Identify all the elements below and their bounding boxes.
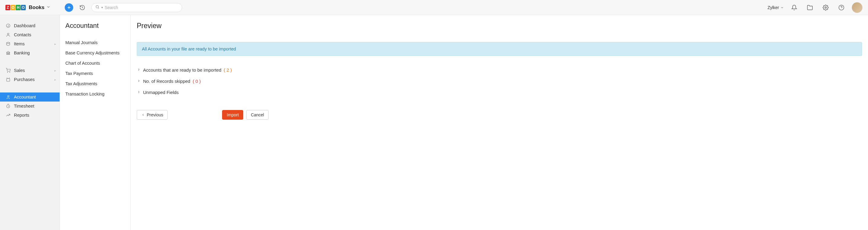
svg-rect-10 [8,53,8,54]
nav-label: Dashboard [14,23,35,28]
svg-point-14 [10,72,10,72]
files-button[interactable] [804,2,815,13]
timesheet-icon [5,104,11,108]
chevron-left-icon [141,113,145,117]
import-label: Import [227,112,239,117]
nav-item-purchases[interactable]: Purchases▸ [0,75,60,84]
previous-button[interactable]: Previous [137,110,167,120]
chevron-right-icon [137,67,141,72]
preview-row[interactable]: No. of Records skipped ( 0 ) [137,75,862,87]
nav-item-timesheet[interactable]: Timesheet [0,102,60,110]
recent-activity-button[interactable] [78,3,87,12]
previous-label: Previous [147,112,163,117]
org-switcher[interactable]: Zylker [768,5,784,10]
secondary-nav-title: Accountant [65,22,125,30]
cancel-button[interactable]: Cancel [246,110,269,120]
nav-item-reports[interactable]: Reports [0,110,60,120]
preview-row-label: No. of Records skipped [143,78,190,84]
search-scope-caret-icon[interactable]: ▾ [101,6,103,9]
chevron-down-icon [780,6,784,9]
nav-label: Items [14,41,25,46]
dashboard-icon [5,23,11,28]
chevron-right-icon: ▸ [55,69,56,72]
reports-icon [5,113,11,118]
items-icon [5,41,11,46]
subnav-item-chart-of-accounts[interactable]: Chart of Accounts [65,58,125,68]
nav-item-banking[interactable]: Banking [0,48,60,58]
import-button[interactable]: Import [222,110,243,120]
banking-icon [5,51,11,55]
nav-label: Reports [14,113,29,118]
chevron-down-icon [46,5,51,10]
nav-label: Contacts [14,32,31,37]
search-icon [95,5,99,10]
preview-row-label: Unmapped Fields [143,90,179,95]
help-button[interactable] [836,2,847,13]
product-name: Books [29,4,44,10]
nav-item-dashboard[interactable]: Dashboard [0,21,60,30]
subnav-item-tax-adjustments[interactable]: Tax Adjustments [65,78,125,89]
chevron-right-icon: ▸ [55,78,56,81]
settings-button[interactable] [820,2,831,13]
svg-rect-9 [7,53,7,54]
subnav-item-base-currency-adjustments[interactable]: Base Currency Adjustments [65,48,125,58]
nav-label: Purchases [14,77,35,82]
quick-add-button[interactable] [65,3,73,12]
chevron-right-icon [137,78,141,84]
main-content: Preview All Accounts in your file are re… [131,15,868,230]
search-box[interactable]: ▾ [91,3,182,12]
nav-label: Sales [14,68,25,73]
preview-row-count: ( 0 ) [193,78,201,84]
svg-point-4 [825,7,827,8]
nav-label: Timesheet [14,104,34,108]
svg-point-16 [7,96,9,97]
page-title: Preview [137,22,862,30]
subnav-item-manual-journals[interactable]: Manual Journals [65,37,125,48]
notifications-button[interactable] [789,2,800,13]
subnav-item-transaction-locking[interactable]: Transaction Locking [65,89,125,99]
accountant-icon [5,95,11,99]
search-container: ▾ [91,3,182,12]
svg-rect-11 [9,53,9,54]
nav-label: Accountant [14,95,36,99]
chevron-right-icon: ▸ [55,42,56,46]
purchases-icon [5,77,11,82]
action-buttons: Previous Import Cancel [137,110,862,120]
search-input[interactable] [105,5,178,10]
zoho-logo: ZOHO [5,5,26,10]
nav-item-items[interactable]: Items▸ [0,39,60,48]
nav-item-contacts[interactable]: Contacts [0,30,60,39]
nav-item-sales[interactable]: Sales▸ [0,66,60,75]
app-switcher[interactable]: ZOHO Books [5,4,60,10]
sales-icon [5,68,11,73]
nav-label: Banking [14,51,30,55]
nav-item-accountant[interactable]: Accountant [0,93,60,102]
info-banner: All Accounts in your file are ready to b… [137,42,862,56]
preview-row-count: ( 2 ) [224,67,232,72]
primary-nav: DashboardContactsItems▸Banking Sales▸Pur… [0,15,60,230]
secondary-nav: Accountant Manual JournalsBase Currency … [60,15,131,230]
svg-point-8 [7,33,9,35]
org-name: Zylker [768,5,779,10]
cancel-label: Cancel [251,112,264,117]
svg-point-5 [839,5,844,10]
preview-row-label: Accounts that are ready to be imported [143,67,221,72]
svg-point-2 [96,5,98,8]
subnav-item-tax-payments[interactable]: Tax Payments [65,68,125,78]
preview-row[interactable]: Unmapped Fields [137,87,862,98]
chevron-right-icon [137,90,141,95]
svg-rect-15 [7,78,10,81]
user-avatar[interactable] [852,2,863,13]
contacts-icon [5,32,11,37]
preview-row[interactable]: Accounts that are ready to be imported (… [137,64,862,75]
topbar: ZOHO Books ▾ Zylker [0,0,868,15]
svg-line-3 [98,8,99,9]
